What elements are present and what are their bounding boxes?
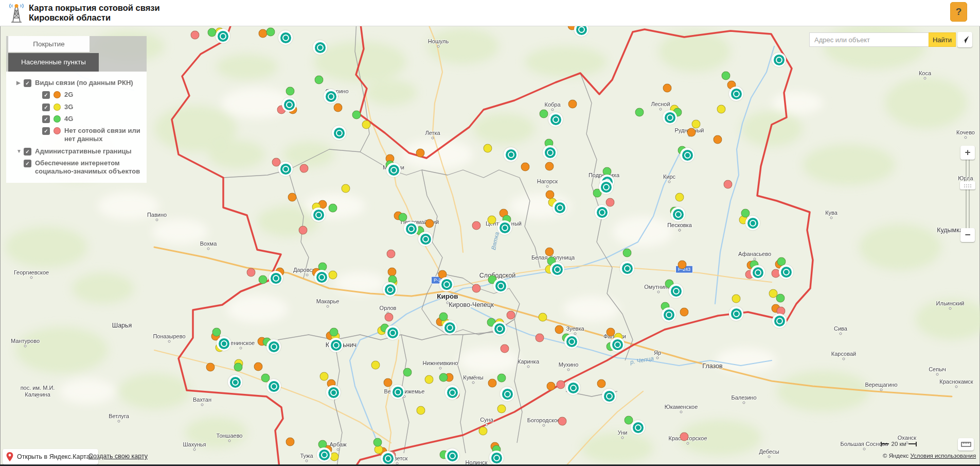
coverage-dot-2g[interactable] (680, 308, 689, 317)
coverage-dot-3g[interactable] (539, 313, 547, 322)
settlement-marker[interactable] (278, 162, 293, 176)
help-button[interactable]: ? (950, 2, 967, 22)
settlement-marker[interactable] (381, 451, 395, 465)
settlement-marker[interactable] (313, 40, 327, 55)
coverage-dot-2g[interactable] (597, 379, 606, 388)
settlement-marker[interactable] (228, 375, 242, 389)
settlement-marker[interactable] (772, 53, 786, 67)
coverage-dot-none[interactable] (507, 311, 515, 320)
search-input[interactable] (809, 32, 929, 47)
settlement-marker[interactable] (445, 385, 459, 400)
coverage-dot-4g[interactable] (266, 28, 275, 37)
tab-settlements[interactable]: Населенные пункты (8, 53, 99, 72)
coverage-dot-2g[interactable] (545, 162, 554, 171)
settlement-marker[interactable] (671, 207, 685, 221)
chevron-right-icon[interactable]: ▶ (16, 79, 24, 85)
coverage-dot-4g[interactable] (497, 374, 506, 383)
tab-coverage[interactable]: Покрытие (8, 36, 90, 52)
coverage-dot-4g[interactable] (540, 110, 548, 118)
coverage-dot-2g[interactable] (384, 378, 393, 387)
settlement-marker[interactable] (602, 389, 616, 403)
coverage-dot-4g[interactable] (722, 72, 730, 80)
coverage-dot-3g[interactable] (362, 120, 371, 129)
coverage-dot-4g[interactable] (315, 76, 324, 84)
zoom-in-button[interactable]: + (960, 146, 975, 160)
settlement-marker[interactable] (772, 314, 787, 328)
zoom-track[interactable] (966, 159, 970, 228)
settlement-marker[interactable] (493, 279, 508, 293)
2g-checkbox[interactable]: ✓ (42, 91, 50, 99)
coverage-dot-3g[interactable] (488, 216, 496, 225)
settlement-marker[interactable] (553, 200, 567, 215)
coverage-dot-3g[interactable] (692, 120, 701, 129)
coverage-dot-none[interactable] (557, 381, 565, 389)
settlement-marker[interactable] (595, 205, 609, 219)
settlement-marker[interactable] (329, 338, 343, 352)
settlement-marker[interactable] (566, 381, 580, 395)
settlement-marker[interactable] (326, 385, 341, 400)
create-own-map-link[interactable]: Создать свою карту (88, 453, 148, 460)
settlement-marker[interactable] (543, 145, 557, 160)
coverage-dot-2g[interactable] (288, 193, 297, 202)
coverage-dot-2g[interactable] (254, 363, 263, 371)
settlement-marker[interactable] (216, 29, 230, 43)
settlement-marker[interactable] (314, 270, 329, 284)
settlement-marker[interactable] (386, 163, 401, 177)
coverage-dot-4g[interactable] (439, 373, 448, 382)
coverage-dot-none[interactable] (558, 417, 567, 426)
admin-borders-checkbox[interactable]: ✓ (24, 148, 31, 156)
settlement-marker[interactable] (729, 306, 743, 321)
settlement-marker[interactable] (445, 448, 459, 463)
settlement-marker[interactable] (442, 320, 457, 335)
coverage-dot-2g[interactable] (555, 325, 564, 334)
settlement-marker[interactable] (404, 221, 418, 236)
open-in-yandex-maps-button[interactable]: Открыть в Яндекс.Картах (3, 449, 98, 464)
coverage-dot-2g[interactable] (545, 248, 554, 256)
settlement-marker[interactable] (324, 89, 338, 103)
settlement-marker[interactable] (550, 262, 564, 277)
coverage-dot-3g[interactable] (417, 406, 425, 415)
coverage-dot-none[interactable] (606, 198, 615, 207)
coverage-dot-2g[interactable] (416, 149, 425, 158)
coverage-dot-4g[interactable] (329, 204, 337, 213)
4g-checkbox[interactable]: ✓ (42, 115, 50, 123)
coverage-dot-2g[interactable] (521, 163, 530, 171)
coverage-dot-3g[interactable] (320, 372, 329, 381)
settlement-marker[interactable] (269, 271, 283, 285)
coverage-dot-2g[interactable] (714, 135, 722, 144)
coverage-dot-none[interactable] (472, 221, 481, 230)
settlement-marker[interactable] (385, 325, 400, 340)
settlement-marker[interactable] (779, 265, 793, 279)
coverage-dot-2g[interactable] (678, 261, 687, 269)
coverage-dot-2g[interactable] (568, 100, 577, 109)
coverage-dot-3g[interactable] (371, 361, 380, 370)
coverage-dot-none[interactable] (724, 180, 733, 189)
3g-checkbox[interactable]: ✓ (42, 103, 50, 111)
coverage-dot-4g[interactable] (623, 249, 632, 257)
coverage-dot-3g[interactable] (484, 144, 492, 153)
settlement-marker[interactable] (390, 385, 405, 399)
coverage-dot-3g[interactable] (675, 193, 684, 202)
internet-objects-checkbox[interactable]: ✓ (24, 160, 31, 167)
coverage-dot-none[interactable] (299, 226, 308, 235)
settlement-marker[interactable] (662, 307, 676, 322)
coverage-dot-3g[interactable] (497, 405, 506, 413)
coverage-dot-4g[interactable] (439, 313, 448, 321)
coverage-dot-2g[interactable] (334, 103, 343, 112)
settlement-marker[interactable] (497, 220, 512, 235)
settlement-marker[interactable] (620, 261, 634, 275)
coverage-dot-4g[interactable] (373, 438, 382, 447)
coverage-dot-4g[interactable] (776, 294, 785, 303)
settlement-marker[interactable] (418, 232, 433, 246)
coverage-dot-4g[interactable] (399, 213, 407, 222)
coverage-dot-2g[interactable] (663, 84, 672, 93)
coverage-dot-3g[interactable] (425, 375, 434, 384)
search-button[interactable]: Найти (929, 32, 956, 47)
coverage-dot-3g[interactable] (329, 271, 337, 280)
settlement-marker[interactable] (332, 126, 346, 140)
coverage-dot-3g[interactable] (732, 295, 741, 303)
coverage-dot-2g[interactable] (425, 219, 434, 228)
settlement-marker[interactable] (504, 147, 518, 162)
settlement-marker[interactable] (631, 420, 645, 435)
coverage-dot-none[interactable] (385, 313, 394, 322)
